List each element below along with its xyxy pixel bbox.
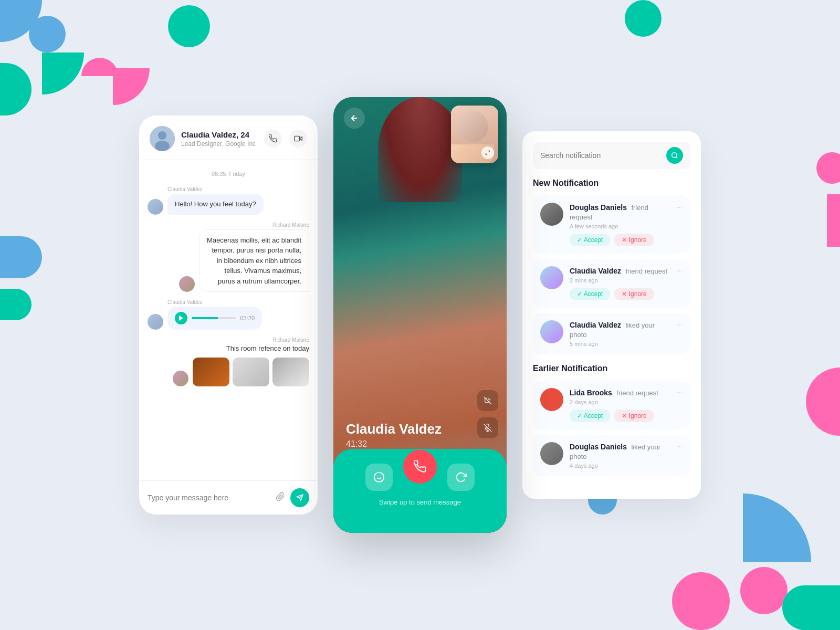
notification-time: 2 days ago bbox=[570, 399, 670, 405]
notification-text: Douglas Daniels friend request bbox=[570, 203, 670, 222]
notification-item: Douglas Daniels friend request A few sec… bbox=[533, 195, 690, 254]
notification-avatar bbox=[540, 320, 563, 343]
notification-body: Lida Brooks friend request 2 days ago ✓ … bbox=[570, 388, 670, 422]
contact-name: Claudia Valdez, 24 bbox=[181, 130, 258, 139]
call-info: Claudia Valdez 41:32 bbox=[346, 421, 442, 449]
images-caption: This room refence on today bbox=[226, 344, 309, 352]
notification-avatar bbox=[540, 203, 563, 226]
message-avatar bbox=[179, 276, 195, 292]
main-panels: Claudia Valdez, 24 Lead Designer, Google… bbox=[0, 0, 840, 630]
notification-text: Claudia Valdez liked your photo bbox=[570, 320, 670, 339]
notification-text: Lida Brooks friend request bbox=[570, 388, 670, 397]
notification-action: friend request bbox=[626, 267, 668, 275]
audio-wave bbox=[192, 317, 236, 319]
mute-audio-button[interactable] bbox=[477, 417, 498, 438]
self-face bbox=[457, 111, 488, 142]
notification-time: 4 days ago bbox=[570, 463, 670, 469]
search-button[interactable] bbox=[666, 147, 683, 164]
svg-point-1 bbox=[158, 131, 166, 140]
new-notification-title: New Notification bbox=[533, 178, 690, 188]
notification-search[interactable] bbox=[540, 151, 661, 160]
svg-line-9 bbox=[486, 153, 487, 155]
attach-button[interactable] bbox=[276, 492, 285, 503]
swipe-label: Swipe up to send message bbox=[379, 498, 461, 506]
ignore-button[interactable]: ✕ Ignore bbox=[614, 234, 654, 246]
notification-avatar bbox=[540, 388, 563, 411]
emoji-button[interactable] bbox=[365, 464, 393, 491]
svg-point-12 bbox=[374, 472, 384, 481]
mute-video-button[interactable] bbox=[477, 390, 498, 411]
message-row: Richard Malone Maecenas mollis, elit ac … bbox=[148, 222, 309, 292]
end-call-button[interactable] bbox=[403, 450, 437, 484]
message-avatar bbox=[173, 371, 188, 386]
audio-duration: 03:20 bbox=[240, 315, 255, 321]
accept-button[interactable]: ✓ Accept bbox=[570, 288, 610, 300]
call-buttons-row bbox=[365, 460, 475, 494]
call-controls: Swipe up to send message bbox=[333, 449, 507, 533]
notification-item: Claudia Valdez friend request 2 mins ago… bbox=[533, 259, 690, 308]
expand-preview-button[interactable] bbox=[481, 146, 494, 159]
notification-user-name: Claudia Valdez bbox=[570, 267, 621, 275]
more-options-button[interactable]: ··· bbox=[676, 442, 683, 452]
notification-body: Claudia Valdez liked your photo 5 mins a… bbox=[570, 320, 670, 347]
accept-button[interactable]: ✓ Accept bbox=[570, 410, 610, 422]
message-bubble-wrap: Claudia Valdez Hello! How you feel today… bbox=[167, 186, 264, 215]
image-thumb bbox=[233, 358, 269, 386]
call-back-button[interactable] bbox=[344, 108, 365, 129]
call-panel: Claudia Valdez 41:32 bbox=[333, 97, 507, 533]
notification-user-name: Lida Brooks bbox=[570, 388, 612, 397]
message-row: Claudia Valdez 03:20 bbox=[148, 299, 309, 330]
message-sender: Claudia Valdez bbox=[167, 299, 262, 305]
message-row: Richard Malone This room refence on toda… bbox=[148, 337, 309, 386]
notification-body: Claudia Valdez friend request 2 mins ago… bbox=[570, 266, 670, 300]
message-bubble-wrap: Richard Malone Maecenas mollis, elit ac … bbox=[199, 222, 309, 292]
notification-actions: ✓ Accept ✕ Ignore bbox=[570, 234, 670, 246]
more-options-button[interactable]: ··· bbox=[676, 266, 683, 276]
more-options-button[interactable]: ··· bbox=[676, 388, 683, 397]
chat-header-actions bbox=[264, 130, 307, 148]
notification-text: Claudia Valdez friend request bbox=[570, 266, 670, 276]
phone-call-button[interactable] bbox=[264, 130, 282, 148]
chat-input[interactable] bbox=[148, 494, 270, 502]
chat-date: 08:35, Friday bbox=[148, 171, 309, 177]
hair-overlay bbox=[378, 97, 462, 202]
image-thumb bbox=[272, 358, 309, 386]
notification-user-name: Douglas Daniels bbox=[570, 203, 627, 212]
chat-messages: 08:35, Friday Claudia Valdez Hello! How … bbox=[139, 160, 318, 480]
ignore-button[interactable]: ✕ Ignore bbox=[614, 410, 654, 422]
audio-bubble: 03:20 bbox=[167, 307, 262, 330]
video-call-button[interactable] bbox=[289, 130, 307, 148]
notification-panel: New Notification Douglas Daniels friend … bbox=[522, 131, 701, 499]
ignore-button[interactable]: ✕ Ignore bbox=[614, 288, 654, 300]
message-row: Claudia Valdez Hello! How you feel today… bbox=[148, 186, 309, 215]
message-bubble-wrap: Claudia Valdez 03:20 bbox=[167, 299, 262, 330]
svg-marker-5 bbox=[179, 316, 183, 321]
svg-line-16 bbox=[676, 157, 678, 159]
refresh-button[interactable] bbox=[447, 464, 475, 491]
images-message: Richard Malone This room refence on toda… bbox=[193, 337, 309, 386]
call-duration: 41:32 bbox=[346, 439, 442, 449]
more-options-button[interactable]: ··· bbox=[676, 203, 683, 212]
message-bubble: Hello! How you feel today? bbox=[167, 194, 264, 215]
svg-marker-3 bbox=[300, 137, 302, 141]
play-button[interactable] bbox=[175, 312, 187, 324]
search-row bbox=[533, 142, 690, 169]
contact-subtitle: Lead Designer, Google Inc bbox=[181, 140, 258, 148]
notification-time: 5 mins ago bbox=[570, 341, 670, 347]
chat-panel: Claudia Valdez, 24 Lead Designer, Google… bbox=[139, 116, 318, 514]
notification-item: Claudia Valdez liked your photo 5 mins a… bbox=[533, 313, 690, 354]
chat-header-info: Claudia Valdez, 24 Lead Designer, Google… bbox=[181, 130, 258, 148]
self-preview bbox=[451, 106, 498, 163]
accept-button[interactable]: ✓ Accept bbox=[570, 234, 610, 246]
notification-text: Douglas Daniels liked your photo bbox=[570, 442, 670, 461]
notification-actions: ✓ Accept ✕ Ignore bbox=[570, 410, 670, 422]
svg-line-8 bbox=[488, 151, 490, 152]
send-button[interactable] bbox=[290, 488, 309, 507]
more-options-button[interactable]: ··· bbox=[676, 320, 683, 330]
notification-action: friend request bbox=[616, 389, 658, 397]
image-thumb bbox=[193, 358, 229, 386]
contact-avatar bbox=[150, 126, 175, 151]
notification-avatar bbox=[540, 266, 563, 289]
caller-name: Claudia Valdez bbox=[346, 421, 442, 437]
chat-header: Claudia Valdez, 24 Lead Designer, Google… bbox=[139, 116, 318, 160]
